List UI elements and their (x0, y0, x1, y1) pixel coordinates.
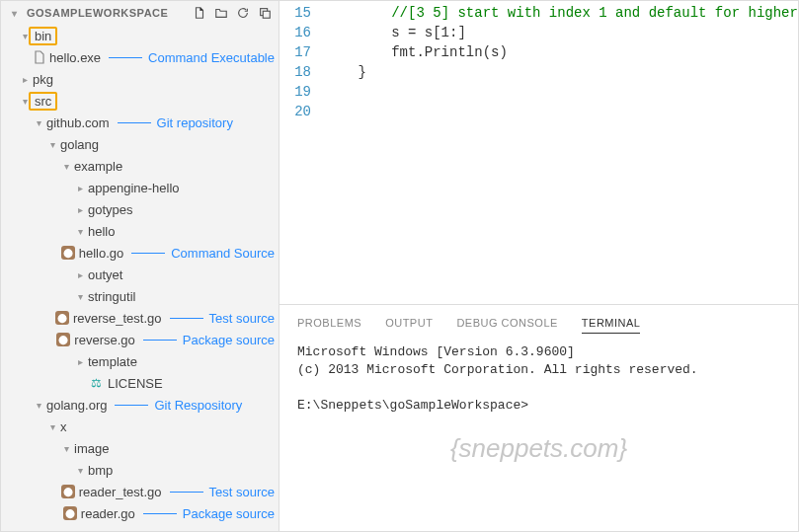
tree-item-label: golang (60, 137, 99, 152)
new-file-icon[interactable] (192, 5, 207, 21)
refresh-icon[interactable] (235, 5, 251, 21)
file-tree[interactable]: ▾bin▸hello.exeCommand Executable▸pkg▾src… (1, 25, 279, 531)
license-icon: ⚖ (88, 375, 104, 391)
tree-item-label: hello.go (79, 246, 124, 261)
code-line[interactable]: s = s[1:] (325, 23, 798, 42)
tree-item-label: github.com (46, 115, 110, 130)
tree-item[interactable]: ▾stringutil (1, 285, 279, 307)
tree-item[interactable]: ▾src (1, 90, 279, 112)
new-folder-icon[interactable] (213, 5, 229, 21)
tree-item[interactable]: ▸outyet (1, 264, 279, 285)
terminal-output[interactable]: Microsoft Windows [Version 6.3.9600](c) … (297, 343, 780, 415)
tree-item-label: outyet (88, 267, 122, 282)
workspace-title: GOSAMPLEWORKSPACE (27, 7, 168, 19)
chevron-down-icon[interactable]: ▾ (74, 464, 86, 476)
panel-tab-problems[interactable]: PROBLEMS (297, 317, 361, 334)
code-line[interactable]: fmt.Println(s) (325, 42, 798, 62)
chevron-down-icon[interactable]: ▾ (33, 399, 44, 411)
tree-item[interactable]: ▾bin (1, 25, 279, 46)
tree-item[interactable]: ▸appengine-hello (1, 177, 279, 198)
annotation-label: Package source (143, 333, 275, 347)
tree-item-label: image (74, 441, 109, 456)
chevron-right-icon[interactable]: ▸ (19, 73, 31, 85)
terminal-line: E:\Sneppets\goSampleWorkspace> (297, 397, 780, 415)
tree-item[interactable]: ▾image (1, 437, 279, 459)
tree-item[interactable]: ▸⬤reader_test.goTest source (1, 481, 279, 502)
tree-item[interactable]: ▸hello.exeCommand Executable (1, 46, 279, 68)
tree-item[interactable]: ▾x (1, 416, 279, 437)
collapse-all-icon[interactable] (257, 5, 273, 21)
tree-item[interactable]: ▾golang (1, 133, 279, 155)
tree-item-label: hello.exe (49, 50, 101, 65)
terminal-line: (c) 2013 Microsoft Corporation. All righ… (297, 361, 780, 379)
chevron-down-icon[interactable]: ▾ (60, 442, 72, 454)
tree-item[interactable]: ▸⚖LICENSE (1, 372, 279, 394)
tree-item-label: stringutil (88, 289, 135, 304)
tree-item-label: hello (88, 224, 115, 239)
bottom-panel: PROBLEMSOUTPUTDEBUG CONSOLETERMINAL Micr… (280, 304, 798, 531)
chevron-down-icon[interactable]: ▾ (46, 420, 58, 432)
chevron-down-icon[interactable]: ▾ (74, 290, 86, 302)
chevron-right-icon[interactable]: ▸ (74, 268, 86, 280)
tree-item-label: LICENSE (108, 376, 163, 391)
tree-item[interactable]: ▾bmp (1, 459, 279, 481)
code-line[interactable]: //[3 5] start with index 1 and default f… (325, 3, 798, 23)
panel-tab-terminal[interactable]: TERMINAL (582, 317, 641, 334)
tree-item-label: bmp (88, 463, 113, 478)
file-icon (34, 49, 45, 65)
tree-item[interactable]: ▸pkg (1, 68, 279, 90)
tree-item-label: reader.go (81, 506, 135, 521)
tree-item[interactable]: ▾golang.orgGit Respository (1, 394, 279, 416)
chevron-right-icon[interactable]: ▸ (74, 182, 86, 193)
watermark: {sneppets.com} (280, 433, 798, 464)
tree-item[interactable]: ▾example (1, 155, 279, 177)
tree-item[interactable]: ▸gotypes (1, 198, 279, 220)
tree-item-label: src (29, 92, 57, 111)
tree-item[interactable]: ▸⬤reader.goPackage source (1, 502, 279, 524)
explorer-header: ▾ GOSAMPLEWORKSPACE (1, 1, 279, 25)
panel-tab-output[interactable]: OUTPUT (385, 317, 433, 334)
go-file-icon: ⬤ (56, 332, 70, 347)
go-file-icon: ⬤ (63, 505, 77, 521)
code-content[interactable]: //[3 5] start with index 1 and default f… (325, 3, 798, 304)
code-line[interactable] (325, 102, 798, 121)
line-number: 20 (280, 102, 311, 121)
annotation-label: Git Respository (115, 398, 242, 413)
tree-item-label: pkg (33, 72, 53, 87)
tree-item[interactable]: ▸⬤reverse_test.goTest source (1, 307, 279, 329)
annotation-label: Git repository (118, 115, 233, 130)
code-line[interactable]: } (325, 62, 798, 82)
panel-tabs: PROBLEMSOUTPUTDEBUG CONSOLETERMINAL (297, 305, 780, 343)
tree-item[interactable]: ▾hello (1, 220, 279, 242)
tree-item-label: x (60, 419, 67, 434)
tree-item[interactable]: ▸⬤hello.goCommand Source (1, 242, 279, 264)
chevron-down-icon[interactable]: ▾ (60, 160, 72, 172)
line-number: 16 (280, 23, 311, 42)
code-editor[interactable]: 151617181920 //[3 5] start with index 1 … (280, 1, 798, 304)
tree-item-label: reader_test.go (79, 485, 162, 499)
tree-item[interactable]: ▸⬤reverse.goPackage source (1, 329, 279, 350)
chevron-down-icon[interactable]: ▾ (74, 225, 86, 237)
tree-item-label: gotypes (88, 202, 133, 217)
annotation-label: Command Executable (109, 50, 275, 65)
tree-item[interactable]: ▸template (1, 350, 279, 372)
file-explorer-sidebar: ▾ GOSAMPLEWORKSPACE ▾bin▸hello.exeComman… (1, 1, 280, 531)
chevron-right-icon[interactable]: ▸ (74, 203, 86, 215)
panel-tab-debug-console[interactable]: DEBUG CONSOLE (456, 317, 557, 334)
chevron-right-icon[interactable]: ▸ (74, 355, 86, 367)
chevron-down-icon[interactable]: ▾ (9, 7, 21, 19)
line-number: 17 (280, 42, 311, 62)
line-number: 15 (280, 3, 311, 23)
chevron-down-icon[interactable]: ▾ (33, 116, 44, 128)
code-line[interactable] (325, 82, 798, 102)
tree-item-label: template (88, 354, 137, 369)
go-file-icon: ⬤ (61, 484, 75, 499)
editor-area: 151617181920 //[3 5] start with index 1 … (280, 1, 798, 531)
annotation-label: Package source (143, 506, 275, 521)
chevron-down-icon[interactable]: ▾ (46, 138, 58, 150)
terminal-line: Microsoft Windows [Version 6.3.9600] (297, 343, 780, 361)
terminal-line (297, 379, 780, 397)
annotation-label: Command Source (131, 246, 275, 261)
tree-item[interactable]: ▾github.comGit repository (1, 112, 279, 133)
tree-item-label: example (74, 159, 122, 174)
